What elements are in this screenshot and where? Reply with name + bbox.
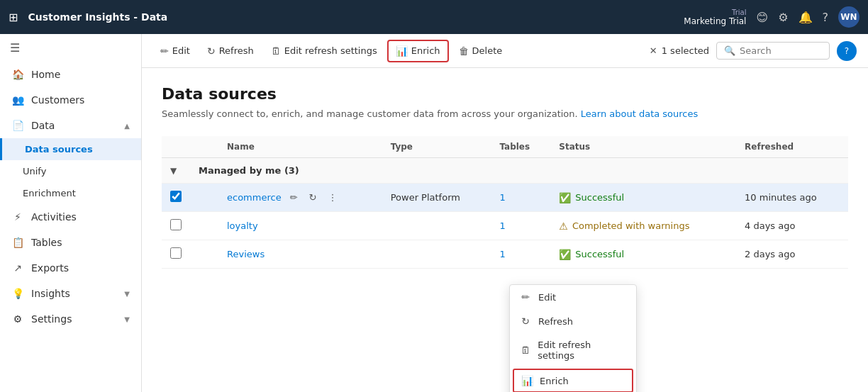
- sidebar-item-enrichment[interactable]: Enrichment: [0, 182, 141, 204]
- edit-refresh-label: Edit refresh settings: [284, 45, 377, 56]
- status-warning: ⚠ Completed with warnings: [559, 220, 728, 232]
- group-expand-icon[interactable]: ▼: [170, 166, 177, 176]
- search-icon: 🔍: [724, 45, 735, 56]
- refresh-button[interactable]: ↻ Refresh: [200, 41, 261, 61]
- row-name-link[interactable]: ecommerce: [227, 192, 282, 203]
- row-checkbox-cell[interactable]: [162, 212, 190, 240]
- sidebar-item-unify[interactable]: Unify: [0, 160, 141, 182]
- top-nav: ⊞ Customer Insights - Data Trial Marketi…: [0, 0, 868, 34]
- enrich-icon: 📊: [396, 45, 408, 57]
- row-tables-cell: 1: [491, 240, 550, 269]
- context-menu-refresh[interactable]: ↻ Refresh: [510, 309, 636, 333]
- search-input[interactable]: [740, 45, 822, 56]
- selected-count-area: ✕ 1 selected: [650, 45, 709, 56]
- page-title: Data sources: [162, 85, 848, 103]
- refresh-icon: ↻: [207, 45, 216, 57]
- row-checkbox[interactable]: [170, 219, 182, 230]
- row-expand-cell: [190, 240, 218, 269]
- page-content: Data sources Seamlessly connect to, enri…: [142, 68, 868, 392]
- status-text: Successful: [575, 192, 624, 203]
- context-edit-label: Edit: [538, 292, 556, 303]
- row-name-cell: Reviews: [218, 240, 382, 269]
- row-checkbox-cell[interactable]: [162, 240, 190, 269]
- row-refreshed-cell: 4 days ago: [736, 212, 848, 240]
- data-icon: 📄: [11, 120, 24, 131]
- toolbar: ✏ Edit ↻ Refresh 🗓 Edit refresh settings…: [142, 34, 868, 68]
- row-checkbox-cell[interactable]: [162, 184, 190, 212]
- sidebar-item-customers[interactable]: 👥 Customers: [0, 87, 141, 113]
- sidebar-item-data[interactable]: 📄 Data ▲: [0, 113, 141, 138]
- sidebar-item-unify-label: Unify: [23, 166, 46, 177]
- sidebar-item-home-label: Home: [31, 69, 60, 80]
- tables-icon: 📋: [11, 237, 24, 248]
- row-checkbox[interactable]: [170, 247, 182, 259]
- top-nav-right: Trial Marketing Trial 😊 ⚙ 🔔 ? WN: [684, 6, 859, 28]
- row-checkbox[interactable]: [170, 191, 182, 202]
- content-area: ✏ Edit ↻ Refresh 🗓 Edit refresh settings…: [142, 34, 868, 392]
- row-refresh-btn[interactable]: ↻: [306, 191, 320, 204]
- context-menu-enrich[interactable]: 📊 Enrich: [513, 369, 633, 392]
- group-expand-cell[interactable]: ▼: [162, 158, 190, 184]
- status-success: ✅ Successful: [559, 192, 728, 203]
- delete-button[interactable]: 🗑 Delete: [452, 41, 510, 61]
- context-menu-edit[interactable]: ✏ Edit: [510, 285, 636, 309]
- sidebar: ☰ 🏠 Home 👥 Customers 📄 Data ▲ Data sourc…: [0, 34, 142, 392]
- sidebar-item-settings[interactable]: ⚙ Settings ▼: [0, 306, 141, 332]
- data-table: Name Type Tables Status Refreshed ▼ Mana…: [162, 136, 848, 269]
- edit-button[interactable]: ✏ Edit: [153, 41, 197, 61]
- sidebar-item-tables[interactable]: 📋 Tables: [0, 230, 141, 255]
- page-subtitle: Seamlessly connect to, enrich, and manag…: [162, 108, 848, 119]
- learn-more-link[interactable]: Learn about data sources: [581, 108, 698, 119]
- hamburger-button[interactable]: ☰: [0, 34, 141, 62]
- sidebar-item-activities[interactable]: ⚡ Activities: [0, 204, 141, 230]
- row-name-link[interactable]: loyalty: [227, 220, 258, 231]
- row-tables-cell: 1: [491, 212, 550, 240]
- col-type: Type: [382, 136, 491, 158]
- toolbar-right: ✕ 1 selected 🔍 ?: [650, 41, 857, 61]
- selected-count: 1 selected: [662, 45, 709, 56]
- edit-refresh-settings-button[interactable]: 🗓 Edit refresh settings: [264, 41, 384, 61]
- sidebar-item-enrichment-label: Enrichment: [23, 188, 76, 198]
- row-tables-link[interactable]: 1: [499, 249, 505, 259]
- row-name-cell: loyalty: [218, 212, 382, 240]
- context-edit-icon: ✏: [520, 291, 531, 303]
- col-tables: Tables: [491, 136, 550, 158]
- row-name-link[interactable]: Reviews: [227, 249, 265, 259]
- help-icon[interactable]: ?: [823, 11, 829, 24]
- help-circle-icon[interactable]: ?: [837, 41, 857, 61]
- sidebar-item-settings-label: Settings: [31, 313, 72, 325]
- status-text: Completed with warnings: [572, 220, 690, 231]
- notification-icon[interactable]: 🔔: [799, 11, 813, 24]
- context-refresh-label: Refresh: [538, 316, 573, 327]
- insights-icon: 💡: [11, 288, 24, 299]
- enrich-label: Enrich: [411, 45, 440, 56]
- insights-chevron-icon: ▼: [124, 290, 130, 298]
- table-row: loyalty 1 ⚠ Completed with warnings: [162, 212, 848, 240]
- calendar-icon: 🗓: [271, 45, 281, 57]
- row-tables-link[interactable]: 1: [499, 220, 505, 231]
- sidebar-item-data-sources[interactable]: Data sources: [0, 138, 141, 160]
- avatar[interactable]: WN: [838, 6, 859, 28]
- settings-chevron-icon: ▼: [124, 315, 130, 323]
- settings-icon[interactable]: ⚙: [778, 11, 788, 24]
- exports-icon: ↗: [11, 262, 24, 274]
- close-selection-icon[interactable]: ✕: [650, 45, 657, 56]
- group-header-row: ▼ Managed by me (3): [162, 158, 848, 184]
- row-more-btn[interactable]: ⋮: [325, 191, 340, 204]
- table-row: ecommerce ✏ ↻ ⋮ Power Platform 1: [162, 184, 848, 212]
- row-expand-cell: [190, 212, 218, 240]
- data-chevron-icon: ▲: [124, 122, 130, 130]
- enrich-button[interactable]: 📊 Enrich: [387, 40, 449, 62]
- sidebar-item-insights-label: Insights: [31, 288, 70, 299]
- sidebar-item-home[interactable]: 🏠 Home: [0, 62, 141, 87]
- check-circle-icon: ✅: [559, 192, 571, 203]
- row-tables-link[interactable]: 1: [499, 192, 505, 203]
- sidebar-item-exports[interactable]: ↗ Exports: [0, 255, 141, 281]
- sidebar-item-insights[interactable]: 💡 Insights ▼: [0, 281, 141, 306]
- feedback-icon[interactable]: 😊: [756, 11, 768, 24]
- warning-icon: ⚠: [559, 220, 568, 232]
- row-edit-btn[interactable]: ✏: [287, 191, 301, 204]
- col-status: Status: [550, 136, 736, 158]
- context-menu-edit-refresh[interactable]: 🗓 Edit refresh settings: [510, 333, 636, 367]
- grid-icon[interactable]: ⊞: [9, 11, 18, 24]
